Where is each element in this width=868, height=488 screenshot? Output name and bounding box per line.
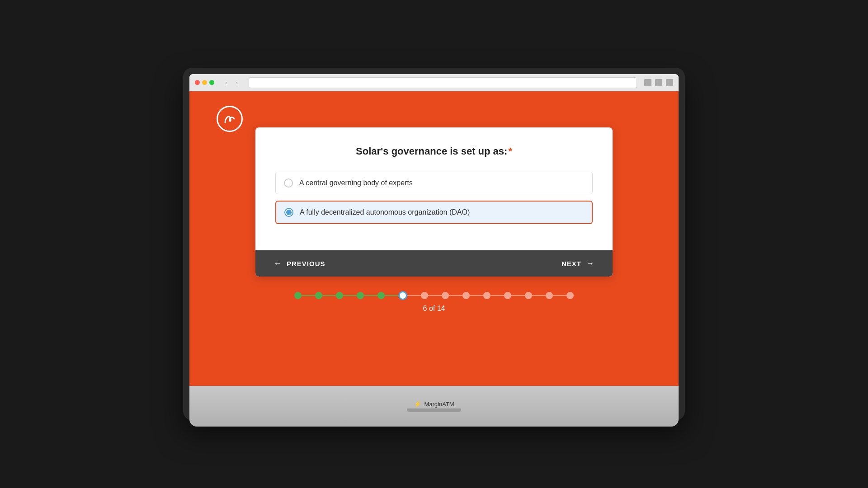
required-indicator: * (508, 145, 512, 157)
next-button[interactable]: NEXT → (561, 259, 594, 268)
progress-line-10 (491, 295, 504, 296)
arrow-left-icon: ← (274, 259, 282, 268)
minimize-button[interactable] (202, 80, 207, 85)
progress-line-4 (364, 295, 377, 296)
option-b[interactable]: A fully decentralized autonomous organiz… (275, 201, 593, 224)
progress-line-9 (470, 295, 483, 296)
progress-line-2 (322, 295, 336, 296)
logo-circle (217, 106, 243, 132)
browser-toolbar-icons (644, 79, 673, 86)
laptop-screen: ‹ › (189, 74, 679, 386)
progress-dot-4[interactable] (357, 292, 364, 299)
main-content-area: Solar's governance is set up as:* A cent… (189, 91, 679, 386)
next-label: NEXT (561, 260, 581, 267)
progress-line-12 (532, 295, 546, 296)
progress-dot-3[interactable] (336, 292, 343, 299)
progress-line-13 (553, 295, 566, 296)
radio-b[interactable] (284, 208, 293, 217)
option-a[interactable]: A central governing body of experts (275, 172, 593, 194)
progress-line-3 (343, 295, 357, 296)
progress-dot-14[interactable] (566, 292, 574, 299)
progress-dot-12[interactable] (525, 292, 532, 299)
toolbar-icon-3 (666, 79, 673, 86)
progress-dot-8[interactable] (442, 292, 449, 299)
taskbar-app-icon: ⚡ (414, 400, 421, 408)
progress-line-11 (511, 295, 525, 296)
browser-traffic-lights (195, 80, 214, 85)
progress-section: 6 of 14 (294, 291, 574, 313)
toolbar-icon-1 (644, 79, 651, 86)
progress-dot-13[interactable] (546, 292, 553, 299)
progress-dot-5[interactable] (377, 292, 385, 299)
laptop-notch (407, 408, 461, 412)
progress-dot-6[interactable] (398, 291, 407, 300)
option-a-label: A central governing body of experts (299, 179, 413, 187)
progress-dot-2[interactable] (315, 292, 322, 299)
quiz-navigation-bar: ← PREVIOUS NEXT → (255, 250, 613, 277)
progress-line-5 (385, 295, 398, 296)
progress-line-6 (407, 295, 421, 296)
logo-container (217, 106, 243, 132)
previous-button[interactable]: ← PREVIOUS (274, 259, 326, 268)
address-bar[interactable] (249, 77, 637, 88)
quiz-question: Solar's governance is set up as:* (275, 145, 593, 157)
option-b-label: A fully decentralized autonomous organiz… (300, 208, 470, 216)
taskbar-app-label: MarginATM (424, 401, 454, 408)
browser-navigation: ‹ › (222, 78, 241, 87)
progress-dot-9[interactable] (462, 292, 470, 299)
progress-dot-11[interactable] (504, 292, 511, 299)
browser-chrome: ‹ › (189, 74, 679, 91)
progress-line-1 (302, 295, 315, 296)
progress-dot-1[interactable] (294, 292, 302, 299)
progress-dots (294, 291, 574, 300)
progress-line-7 (428, 295, 442, 296)
progress-label: 6 of 14 (423, 305, 445, 313)
previous-label: PREVIOUS (287, 260, 326, 267)
arrow-right-icon: → (586, 259, 594, 268)
progress-dot-7[interactable] (421, 292, 428, 299)
quiz-body: Solar's governance is set up as:* A cent… (255, 127, 613, 250)
quiz-card: Solar's governance is set up as:* A cent… (255, 127, 613, 277)
maximize-button[interactable] (209, 80, 214, 85)
laptop-base: ⚡ MarginATM (189, 386, 679, 427)
radio-a[interactable] (284, 178, 293, 188)
question-text: Solar's governance is set up as: (356, 145, 507, 157)
progress-dot-10[interactable] (483, 292, 491, 299)
progress-line-8 (449, 295, 462, 296)
laptop-frame: ‹ › (183, 68, 685, 420)
close-button[interactable] (195, 80, 200, 85)
logo-icon (222, 111, 238, 127)
radio-b-inner (286, 210, 292, 215)
toolbar-icon-2 (655, 79, 662, 86)
back-button[interactable]: ‹ (222, 78, 231, 87)
forward-button[interactable]: › (232, 78, 241, 87)
